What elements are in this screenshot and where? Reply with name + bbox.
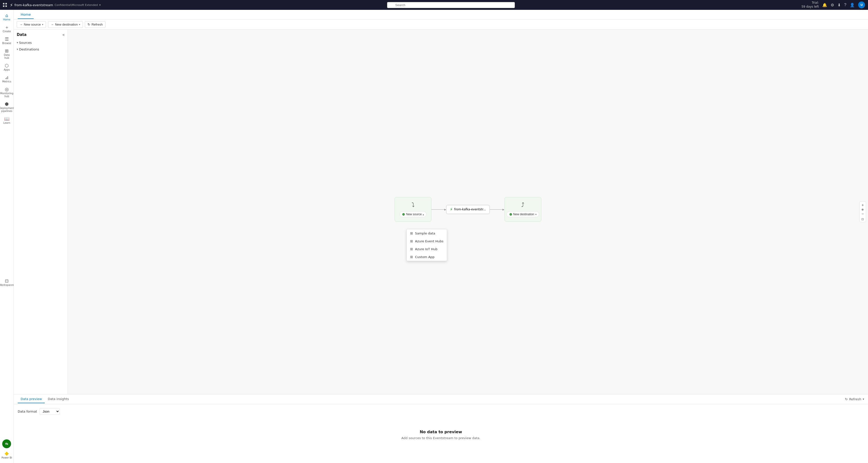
sidebar-item-label: Data hub	[2, 54, 12, 60]
new-destination-icon: →	[51, 23, 54, 26]
data-format-select[interactable]: Json	[39, 408, 60, 415]
trial-info: Trial: 59 days left	[801, 1, 819, 9]
my-workspace-button[interactable]: fk	[2, 439, 11, 448]
new-source-dropdown: ⊞ Sample data ⊞ Azure Event Hubs ⊞ Azure…	[406, 229, 447, 261]
avatar[interactable]: U	[858, 1, 865, 8]
destinations-label: Destinations	[19, 48, 39, 51]
center-event-node[interactable]: ⚡ from-kafka-eventstr...	[446, 205, 490, 214]
sidebar-item-create[interactable]: ＋ Create	[1, 24, 13, 34]
data-sidebar: Data « ▾ Sources ▾ Destinations	[14, 30, 68, 394]
arrow-2: ▶	[490, 208, 504, 211]
source-node: ⤵ ⊕ New source ▴	[395, 197, 432, 222]
sample-data-icon: ⊞	[410, 231, 413, 235]
new-destination-button[interactable]: → New destination ▾	[48, 21, 83, 28]
new-destination-chevron-icon: ▾	[79, 23, 80, 26]
new-source-node-button[interactable]: ⊕ New source ▴	[399, 211, 426, 217]
sidebar-collapse-button[interactable]: «	[62, 32, 65, 37]
dropdown-item-custom-app[interactable]: ⊞ Custom App	[407, 253, 447, 261]
destinations-section-header[interactable]: ▾ Destinations	[16, 47, 66, 52]
no-data-area: No data to preview Add sources to this E…	[18, 420, 864, 450]
sidebar-item-workspaces[interactable]: ⊡ Workspaces	[1, 277, 13, 288]
tab-data-preview[interactable]: Data preview	[18, 395, 45, 403]
app-title-tab[interactable]: ⚡ from-kafka-eventstream Confidential\Mi…	[10, 2, 100, 8]
source-node-icon: ⤵	[412, 201, 414, 208]
sidebar-item-metrics[interactable]: ⊿ Metrics	[1, 74, 13, 85]
learn-icon: 📖	[4, 117, 9, 121]
bottom-content: Data format Json No data to preview Add …	[14, 404, 868, 463]
zoom-fit-button[interactable]: ⊡	[861, 218, 864, 221]
destination-node-chevron-icon: ▾	[535, 213, 536, 216]
search-container: 🔍	[108, 2, 794, 8]
help-button[interactable]: ?	[844, 3, 846, 7]
sources-section-header[interactable]: ▾ Sources	[16, 40, 66, 46]
plus-icon: ⊕	[509, 212, 512, 216]
tab-home[interactable]: Home	[18, 10, 34, 19]
bottom-refresh-button[interactable]: ↻ Refresh ▾	[845, 397, 864, 401]
left-nav: ⌂ Home ＋ Create ☰ Browse ⊞ Data hub ⬡ Ap…	[0, 10, 14, 463]
powerbi-label: Power BI	[1, 456, 12, 459]
sidebar-item-data-hub[interactable]: ⊞ Data hub	[1, 47, 13, 61]
sidebar-item-monitoring[interactable]: ◎ Monitoring hub	[1, 86, 13, 99]
sidebar-item-browse[interactable]: ☰ Browse	[1, 35, 13, 46]
sidebar-title: Data «	[16, 32, 66, 39]
new-source-node-label: New source	[406, 212, 422, 216]
new-source-chevron-icon: ▾	[42, 23, 43, 26]
new-destination-node-button[interactable]: ⊕ New destination ▾	[506, 211, 539, 217]
search-input[interactable]	[387, 2, 515, 8]
sidebar-item-label: Monitoring hub	[0, 92, 13, 98]
azure-event-hubs-icon: ⊞	[410, 239, 413, 243]
plus-icon: ⊕	[402, 212, 405, 216]
data-format-row: Data format Json	[18, 408, 864, 415]
sidebar-section-sources: ▾ Sources	[16, 40, 66, 46]
destination-node-icon: ⤴	[521, 201, 524, 208]
panel-split: Data « ▾ Sources ▾ Destinations	[14, 30, 868, 463]
tab-data-insights[interactable]: Data insights	[45, 395, 72, 403]
sidebar-item-label: Deployment pipelines	[0, 107, 14, 113]
new-source-button[interactable]: → New source ▾	[17, 21, 46, 28]
dropdown-item-sample-data[interactable]: ⊞ Sample data	[407, 229, 447, 237]
toolbar: → New source ▾ → New destination ▾ ↻ Ref…	[14, 20, 868, 30]
event-node-label: from-kafka-eventstr...	[454, 208, 486, 211]
account-button[interactable]: 👤	[850, 3, 855, 7]
download-button[interactable]: ⬇	[838, 3, 841, 7]
new-source-icon: →	[20, 23, 23, 26]
sidebar-item-label: Create	[3, 30, 11, 33]
sidebar-item-home[interactable]: ⌂ Home	[1, 12, 13, 23]
canvas: ⤵ ⊕ New source ▴ ▶	[68, 30, 868, 394]
refresh-button[interactable]: ↻ Refresh	[85, 21, 105, 28]
sidebar-item-label: Home	[3, 18, 10, 21]
new-source-label: New source	[24, 23, 41, 26]
app-grid-icon[interactable]	[3, 3, 7, 7]
zoom-slider-dot[interactable]	[862, 209, 864, 210]
dropdown-item-azure-iot-hub[interactable]: ⊞ Azure IoT Hub	[407, 245, 447, 253]
zoom-in-button[interactable]: +	[861, 203, 865, 208]
zoom-controls: + − ⊡	[859, 201, 866, 222]
custom-app-label: Custom App	[415, 255, 434, 259]
monitoring-icon: ◎	[5, 87, 9, 91]
settings-button[interactable]: ⚙	[831, 3, 834, 7]
dropdown-item-azure-event-hubs[interactable]: ⊞ Azure Event Hubs	[407, 237, 447, 245]
destinations-chevron-icon: ▾	[17, 48, 18, 51]
canvas-area: Data « ▾ Sources ▾ Destinations	[14, 30, 868, 394]
new-destination-node-label: New destination	[513, 212, 534, 216]
sidebar-item-apps[interactable]: ⬡ Apps	[1, 62, 13, 73]
main-layout: ⌂ Home ＋ Create ☰ Browse ⊞ Data hub ⬡ Ap…	[0, 10, 868, 463]
topbar: ⚡ from-kafka-eventstream Confidential\Mi…	[0, 0, 868, 10]
bottom-refresh-chevron-icon: ▾	[863, 398, 864, 401]
data-format-label: Data format	[18, 410, 37, 413]
zoom-out-button[interactable]: −	[861, 211, 865, 216]
confidential-badge: Confidential\Microsoft Extended	[55, 3, 98, 7]
notifications-button[interactable]: 🔔	[822, 3, 827, 7]
powerbi-icon: ◆	[5, 450, 9, 456]
azure-event-hubs-label: Azure Event Hubs	[415, 239, 443, 243]
sidebar-item-learn[interactable]: 📖 Learn	[1, 115, 13, 126]
content-area: Home → New source ▾ → New destination ▾ …	[14, 10, 868, 463]
refresh-icon: ↻	[88, 23, 90, 26]
sources-label: Sources	[19, 41, 32, 45]
title-chevron-icon[interactable]: ▾	[99, 3, 101, 7]
powerbi-nav-item[interactable]: ◆ Power BI	[1, 450, 12, 459]
refresh-label: Refresh	[91, 23, 103, 26]
sidebar-item-deployment[interactable]: ⬢ Deployment pipelines	[1, 100, 13, 114]
no-data-title: No data to preview	[420, 430, 462, 434]
app-title: from-kafka-eventstream	[14, 3, 53, 7]
